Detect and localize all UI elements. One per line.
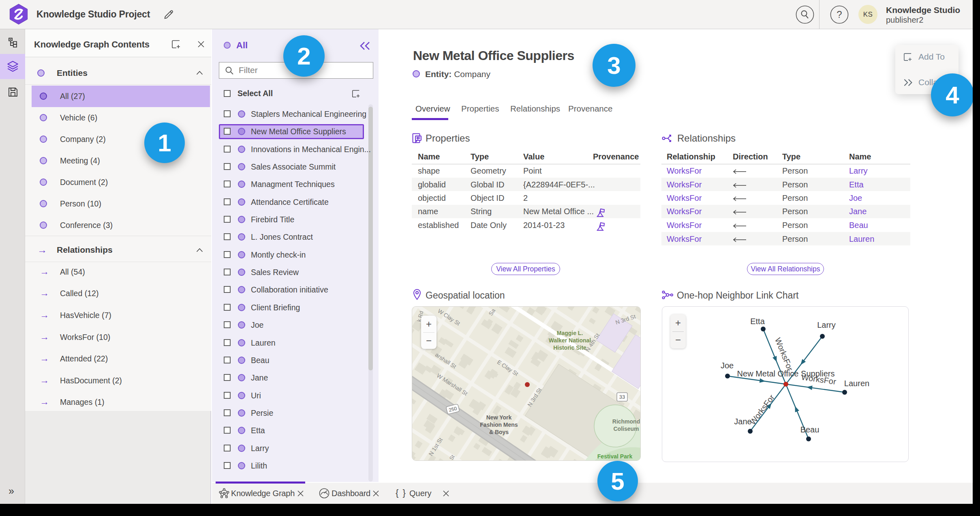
svg-text:Beau: Beau	[800, 425, 820, 434]
svg-text:Larry: Larry	[817, 320, 836, 329]
svg-text:Walker National: Walker National	[549, 337, 591, 344]
svg-text:Joe: Joe	[721, 361, 734, 370]
svg-text:Richmond: Richmond	[612, 418, 640, 425]
svg-text:New York: New York	[486, 414, 512, 421]
svg-text:33: 33	[619, 394, 625, 400]
svg-text:Maggie L.: Maggie L.	[557, 330, 583, 336]
svg-text:Fashion Mens: Fashion Mens	[480, 421, 518, 428]
svg-text:WorksFor: WorksFor	[773, 336, 795, 372]
svg-text:Lauren: Lauren	[844, 379, 869, 388]
svg-text:WorksFor: WorksFor	[748, 393, 777, 426]
svg-text:?: ?	[837, 9, 842, 20]
svg-text:Etta: Etta	[750, 317, 765, 326]
svg-text:Festival Park: Festival Park	[597, 453, 633, 460]
svg-text:Historic Site: Historic Site	[553, 344, 586, 351]
svg-text:Coliseum: Coliseum	[613, 426, 639, 432]
svg-text:& Boys: & Boys	[489, 429, 509, 435]
